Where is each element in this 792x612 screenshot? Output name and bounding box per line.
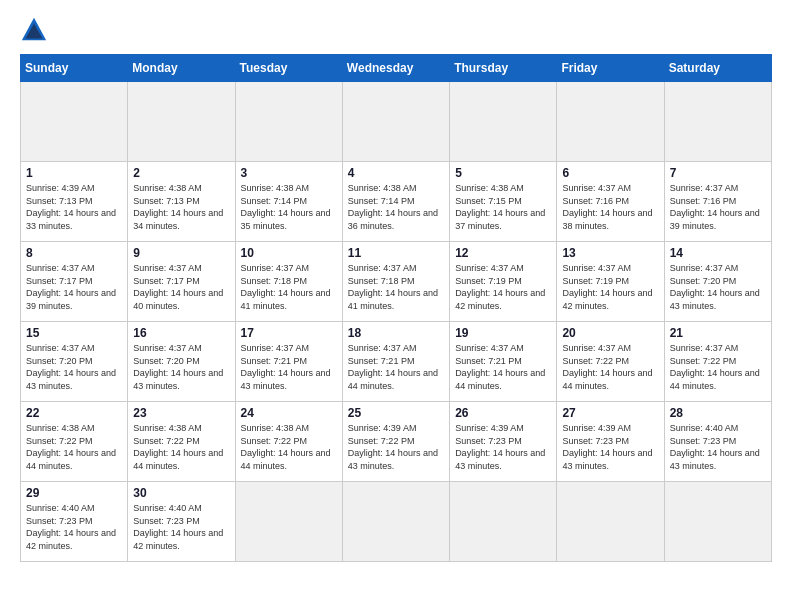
cell-details: Sunrise: 4:38 AMSunset: 7:14 PMDaylight:…: [348, 182, 444, 232]
calendar-cell: 18Sunrise: 4:37 AMSunset: 7:21 PMDayligh…: [342, 322, 449, 402]
cell-details: Sunrise: 4:37 AMSunset: 7:20 PMDaylight:…: [133, 342, 229, 392]
day-number: 21: [670, 326, 766, 340]
calendar-cell: 13Sunrise: 4:37 AMSunset: 7:19 PMDayligh…: [557, 242, 664, 322]
calendar-cell: [342, 482, 449, 562]
day-number: 7: [670, 166, 766, 180]
calendar-cell: 20Sunrise: 4:37 AMSunset: 7:22 PMDayligh…: [557, 322, 664, 402]
cell-details: Sunrise: 4:37 AMSunset: 7:17 PMDaylight:…: [133, 262, 229, 312]
calendar-cell: 10Sunrise: 4:37 AMSunset: 7:18 PMDayligh…: [235, 242, 342, 322]
calendar-cell: [235, 82, 342, 162]
calendar-cell: [557, 482, 664, 562]
calendar-table: SundayMondayTuesdayWednesdayThursdayFrid…: [20, 54, 772, 562]
cell-details: Sunrise: 4:38 AMSunset: 7:14 PMDaylight:…: [241, 182, 337, 232]
cell-details: Sunrise: 4:37 AMSunset: 7:22 PMDaylight:…: [562, 342, 658, 392]
page: SundayMondayTuesdayWednesdayThursdayFrid…: [0, 0, 792, 612]
day-number: 1: [26, 166, 122, 180]
header-cell-thursday: Thursday: [450, 55, 557, 82]
cell-details: Sunrise: 4:40 AMSunset: 7:23 PMDaylight:…: [133, 502, 229, 552]
calendar-cell: [664, 482, 771, 562]
cell-details: Sunrise: 4:38 AMSunset: 7:22 PMDaylight:…: [241, 422, 337, 472]
day-number: 18: [348, 326, 444, 340]
day-number: 24: [241, 406, 337, 420]
cell-details: Sunrise: 4:37 AMSunset: 7:21 PMDaylight:…: [241, 342, 337, 392]
day-number: 13: [562, 246, 658, 260]
calendar-cell: 30Sunrise: 4:40 AMSunset: 7:23 PMDayligh…: [128, 482, 235, 562]
header-cell-wednesday: Wednesday: [342, 55, 449, 82]
day-number: 11: [348, 246, 444, 260]
day-number: 17: [241, 326, 337, 340]
cell-details: Sunrise: 4:38 AMSunset: 7:22 PMDaylight:…: [26, 422, 122, 472]
day-number: 8: [26, 246, 122, 260]
cell-details: Sunrise: 4:37 AMSunset: 7:22 PMDaylight:…: [670, 342, 766, 392]
day-number: 12: [455, 246, 551, 260]
calendar-header: SundayMondayTuesdayWednesdayThursdayFrid…: [21, 55, 772, 82]
cell-details: Sunrise: 4:39 AMSunset: 7:22 PMDaylight:…: [348, 422, 444, 472]
header-cell-tuesday: Tuesday: [235, 55, 342, 82]
day-number: 9: [133, 246, 229, 260]
calendar-cell: 3Sunrise: 4:38 AMSunset: 7:14 PMDaylight…: [235, 162, 342, 242]
cell-details: Sunrise: 4:38 AMSunset: 7:13 PMDaylight:…: [133, 182, 229, 232]
calendar-cell: 24Sunrise: 4:38 AMSunset: 7:22 PMDayligh…: [235, 402, 342, 482]
cell-details: Sunrise: 4:37 AMSunset: 7:18 PMDaylight:…: [241, 262, 337, 312]
calendar-cell: 1Sunrise: 4:39 AMSunset: 7:13 PMDaylight…: [21, 162, 128, 242]
header-cell-monday: Monday: [128, 55, 235, 82]
calendar-cell: 21Sunrise: 4:37 AMSunset: 7:22 PMDayligh…: [664, 322, 771, 402]
header-cell-sunday: Sunday: [21, 55, 128, 82]
calendar-cell: 11Sunrise: 4:37 AMSunset: 7:18 PMDayligh…: [342, 242, 449, 322]
day-number: 26: [455, 406, 551, 420]
cell-details: Sunrise: 4:37 AMSunset: 7:20 PMDaylight:…: [26, 342, 122, 392]
day-number: 10: [241, 246, 337, 260]
calendar-cell: 2Sunrise: 4:38 AMSunset: 7:13 PMDaylight…: [128, 162, 235, 242]
header-row: SundayMondayTuesdayWednesdayThursdayFrid…: [21, 55, 772, 82]
cell-details: Sunrise: 4:38 AMSunset: 7:15 PMDaylight:…: [455, 182, 551, 232]
day-number: 22: [26, 406, 122, 420]
calendar-cell: 12Sunrise: 4:37 AMSunset: 7:19 PMDayligh…: [450, 242, 557, 322]
cell-details: Sunrise: 4:40 AMSunset: 7:23 PMDaylight:…: [26, 502, 122, 552]
day-number: 2: [133, 166, 229, 180]
cell-details: Sunrise: 4:39 AMSunset: 7:23 PMDaylight:…: [455, 422, 551, 472]
calendar-cell: 27Sunrise: 4:39 AMSunset: 7:23 PMDayligh…: [557, 402, 664, 482]
calendar-week-2: 8Sunrise: 4:37 AMSunset: 7:17 PMDaylight…: [21, 242, 772, 322]
cell-details: Sunrise: 4:37 AMSunset: 7:16 PMDaylight:…: [562, 182, 658, 232]
calendar-cell: 6Sunrise: 4:37 AMSunset: 7:16 PMDaylight…: [557, 162, 664, 242]
cell-details: Sunrise: 4:37 AMSunset: 7:19 PMDaylight:…: [562, 262, 658, 312]
day-number: 3: [241, 166, 337, 180]
day-number: 19: [455, 326, 551, 340]
day-number: 28: [670, 406, 766, 420]
calendar-week-5: 29Sunrise: 4:40 AMSunset: 7:23 PMDayligh…: [21, 482, 772, 562]
day-number: 23: [133, 406, 229, 420]
day-number: 30: [133, 486, 229, 500]
calendar-cell: 25Sunrise: 4:39 AMSunset: 7:22 PMDayligh…: [342, 402, 449, 482]
calendar-cell: 4Sunrise: 4:38 AMSunset: 7:14 PMDaylight…: [342, 162, 449, 242]
calendar-cell: [450, 482, 557, 562]
day-number: 27: [562, 406, 658, 420]
calendar-cell: 8Sunrise: 4:37 AMSunset: 7:17 PMDaylight…: [21, 242, 128, 322]
calendar-cell: [557, 82, 664, 162]
cell-details: Sunrise: 4:37 AMSunset: 7:16 PMDaylight:…: [670, 182, 766, 232]
cell-details: Sunrise: 4:37 AMSunset: 7:21 PMDaylight:…: [455, 342, 551, 392]
calendar-cell: 15Sunrise: 4:37 AMSunset: 7:20 PMDayligh…: [21, 322, 128, 402]
cell-details: Sunrise: 4:37 AMSunset: 7:17 PMDaylight:…: [26, 262, 122, 312]
header-cell-friday: Friday: [557, 55, 664, 82]
cell-details: Sunrise: 4:37 AMSunset: 7:18 PMDaylight:…: [348, 262, 444, 312]
day-number: 14: [670, 246, 766, 260]
day-number: 29: [26, 486, 122, 500]
calendar-cell: [342, 82, 449, 162]
calendar-cell: [235, 482, 342, 562]
header-cell-saturday: Saturday: [664, 55, 771, 82]
calendar-cell: [21, 82, 128, 162]
header: [20, 16, 772, 44]
day-number: 16: [133, 326, 229, 340]
calendar-cell: 14Sunrise: 4:37 AMSunset: 7:20 PMDayligh…: [664, 242, 771, 322]
calendar-cell: 23Sunrise: 4:38 AMSunset: 7:22 PMDayligh…: [128, 402, 235, 482]
calendar-week-4: 22Sunrise: 4:38 AMSunset: 7:22 PMDayligh…: [21, 402, 772, 482]
logo: [20, 16, 52, 44]
calendar-week-3: 15Sunrise: 4:37 AMSunset: 7:20 PMDayligh…: [21, 322, 772, 402]
calendar-cell: 22Sunrise: 4:38 AMSunset: 7:22 PMDayligh…: [21, 402, 128, 482]
calendar-week-1: 1Sunrise: 4:39 AMSunset: 7:13 PMDaylight…: [21, 162, 772, 242]
day-number: 6: [562, 166, 658, 180]
calendar-cell: 29Sunrise: 4:40 AMSunset: 7:23 PMDayligh…: [21, 482, 128, 562]
day-number: 25: [348, 406, 444, 420]
calendar-cell: [128, 82, 235, 162]
calendar-cell: 9Sunrise: 4:37 AMSunset: 7:17 PMDaylight…: [128, 242, 235, 322]
